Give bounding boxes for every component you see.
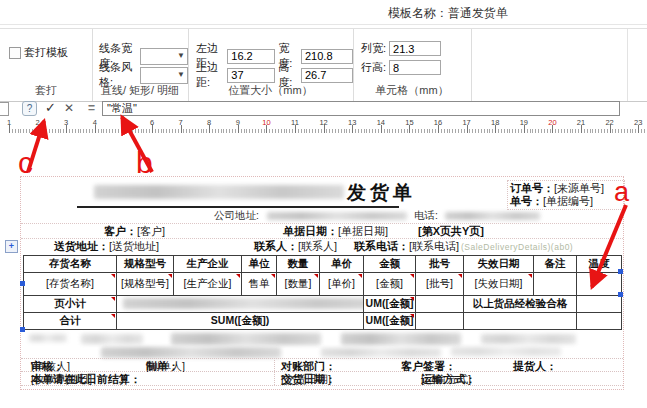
date-field[interactable]: 单据日期：[单据日期] bbox=[283, 224, 388, 239]
ruler-number: 12 bbox=[319, 118, 327, 127]
ship-address-field[interactable]: 送货地址：[送货地址] bbox=[54, 239, 159, 254]
ruler-number: 5 bbox=[121, 118, 125, 127]
data-cell[interactable]: [批号] bbox=[416, 273, 464, 296]
group-footer-cell: 单元格（mm） bbox=[353, 83, 471, 98]
date-label: 单据日期： bbox=[283, 225, 338, 237]
header-cell[interactable]: 金额 bbox=[364, 256, 416, 273]
selected-temperature-cell[interactable] bbox=[577, 273, 622, 296]
ruler-number: 10 bbox=[262, 118, 270, 127]
row-height-input[interactable] bbox=[389, 60, 441, 75]
doc-number-box[interactable]: 订单号：[来源单号] 单号：[单据编号] bbox=[507, 180, 625, 210]
selection-handle[interactable] bbox=[20, 281, 25, 286]
ruler-number: 11 bbox=[291, 118, 299, 127]
bill-no-label: 单号： bbox=[510, 195, 543, 207]
data-cell[interactable]: [金额] bbox=[364, 273, 416, 296]
ruler-number: 4 bbox=[93, 118, 97, 127]
customer-field[interactable]: 客户：[客户] bbox=[104, 224, 165, 239]
header-cell[interactable]: 存货名称 bbox=[24, 256, 117, 273]
col-width-label: 列宽: bbox=[361, 41, 386, 56]
order-no-value: [来源单号] bbox=[554, 182, 604, 194]
data-cell[interactable]: [存货名称] bbox=[24, 273, 117, 296]
cell-name-box bbox=[0, 102, 9, 116]
table-header-row: 存货名称 规格型号 生产企业 单位 数量 单价 金额 批号 失效日期 备注 温度 bbox=[24, 256, 622, 273]
footer-row-sign: 审核：[审核人] 制单：[制单人] 对账部门： 客户签署： 提货人： bbox=[21, 358, 623, 372]
page-subtotal-row: 页小计 UM([金额] 以上货品经检验合格 bbox=[24, 296, 622, 313]
group-line-style: 线条宽度: ▼ 线条风格: ▼ 直线/ 矩形/ 明细 bbox=[92, 29, 189, 101]
ruler-number: 3 bbox=[64, 118, 68, 127]
data-cell[interactable] bbox=[534, 273, 577, 296]
help-icon[interactable]: ? bbox=[22, 101, 37, 116]
header-cell[interactable]: 温度 bbox=[577, 256, 622, 273]
ruler-number: 1 bbox=[7, 118, 11, 127]
data-cell[interactable]: [生产企业] bbox=[174, 273, 242, 296]
equals-icon: = bbox=[88, 101, 95, 115]
data-cell[interactable]: 售单 bbox=[242, 273, 277, 296]
ruler-number: 18 bbox=[491, 118, 499, 127]
expand-plus-icon[interactable]: + bbox=[5, 240, 18, 253]
customer-label: 客户： bbox=[104, 225, 137, 237]
group-cell-size: 列宽: 行高: 单元格（mm） bbox=[353, 29, 472, 101]
header-cell[interactable]: 规格型号 bbox=[117, 256, 174, 273]
page-info[interactable]: [第X页共Y页] bbox=[418, 224, 484, 239]
header-cell[interactable]: 备注 bbox=[534, 256, 577, 273]
top-margin-input[interactable] bbox=[227, 68, 275, 83]
header-cell[interactable]: 失效日期 bbox=[464, 256, 534, 273]
doc-title-row: 发货单 订单号：[来源单号] 单号：[单据编号] bbox=[21, 179, 623, 207]
contact-tel-field[interactable]: 联系电话：[联系电话] bbox=[354, 239, 459, 254]
empty-cell[interactable] bbox=[416, 313, 464, 330]
redacted-subtotal-cell[interactable] bbox=[117, 296, 364, 313]
header-cell[interactable]: 数量 bbox=[277, 256, 320, 273]
page-subtotal-label[interactable]: 页小计 bbox=[24, 296, 117, 313]
contact-field[interactable]: 联系人：[联系人] bbox=[254, 239, 337, 254]
ship-address-label: 送货地址： bbox=[54, 240, 109, 252]
contact-tel-value: [联系电话] bbox=[409, 240, 459, 252]
group-footer-overlay: 套打 bbox=[0, 83, 92, 98]
header-cell[interactable]: 生产企业 bbox=[174, 256, 242, 273]
data-cell[interactable]: [失效日期] bbox=[464, 273, 534, 296]
transport-value: [运输方式] bbox=[421, 372, 471, 387]
confirm-check-icon[interactable]: ✓ bbox=[45, 100, 56, 115]
page-subtotal-formula[interactable]: UM([金额] bbox=[364, 296, 416, 313]
company-address-label: 公司地址: bbox=[214, 209, 259, 223]
detail-table: 存货名称 规格型号 生产企业 单位 数量 单价 金额 批号 失效日期 备注 温度… bbox=[23, 255, 622, 330]
empty-cell[interactable] bbox=[416, 296, 464, 313]
empty-cell[interactable] bbox=[577, 313, 622, 330]
total-label[interactable]: 合计 bbox=[24, 313, 117, 330]
ruler-number: 6 bbox=[150, 118, 154, 127]
settle-value: [收款到期日] bbox=[31, 372, 92, 387]
row-height-label: 行高: bbox=[361, 60, 386, 75]
header-cell[interactable]: 批号 bbox=[416, 256, 464, 273]
col-width-input[interactable] bbox=[389, 41, 441, 56]
customer-row: 客户：[客户] 单据日期：[单据日期] [第X页共Y页] bbox=[21, 224, 623, 239]
line-style-select[interactable]: ▼ bbox=[140, 67, 188, 84]
empty-cell[interactable] bbox=[464, 313, 577, 330]
header-cell[interactable]: 单价 bbox=[320, 256, 364, 273]
ruler-number: 9 bbox=[236, 118, 240, 127]
doc-title[interactable]: 发货单 bbox=[347, 180, 416, 206]
cancel-x-icon[interactable]: ✕ bbox=[64, 101, 74, 115]
data-cell[interactable]: [规格型号] bbox=[117, 273, 174, 296]
selection-handle[interactable] bbox=[618, 269, 623, 274]
height-input[interactable] bbox=[301, 68, 353, 83]
template-name-label: 模板名称：普通发货单 bbox=[388, 5, 508, 22]
ship-address-value: [送货地址] bbox=[109, 240, 159, 252]
total-formula-2[interactable]: UM([金额] bbox=[364, 313, 416, 330]
ruler-number: 21 bbox=[577, 118, 585, 127]
annotation-letter-c: c bbox=[18, 146, 33, 180]
dropdown-arrow-icon: ▼ bbox=[177, 70, 185, 79]
total-formula[interactable]: SUM([金额]) bbox=[117, 313, 364, 330]
header-cell[interactable]: 单位 bbox=[242, 256, 277, 273]
footer-divider bbox=[274, 358, 275, 385]
selection-handle[interactable] bbox=[618, 292, 623, 297]
formula-bar: ? ✓ ✕ = bbox=[0, 100, 647, 118]
selection-handle[interactable] bbox=[20, 327, 25, 332]
detail-binding-hint: (SaleDeliveryDetails)(ab0) bbox=[461, 242, 573, 252]
inspect-note[interactable]: 以上货品经检验合格 bbox=[464, 296, 577, 313]
data-cell[interactable]: [数量] bbox=[277, 273, 320, 296]
annotation-letter-b: b bbox=[136, 146, 153, 180]
ruler-number: 19 bbox=[520, 118, 528, 127]
data-cell[interactable]: [单价] bbox=[320, 273, 364, 296]
overlay-template-checkbox[interactable] bbox=[9, 47, 21, 59]
empty-cell[interactable] bbox=[577, 296, 622, 313]
formula-input[interactable] bbox=[102, 101, 620, 116]
